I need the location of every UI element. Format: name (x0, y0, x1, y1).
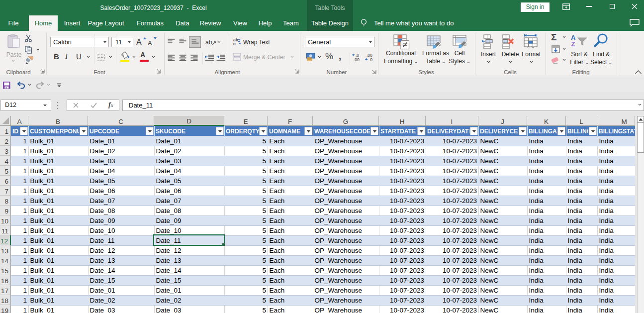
svg-text:.00: .00 (354, 57, 360, 62)
svg-text:ab: ab (205, 39, 212, 46)
svg-text:c: c (233, 41, 236, 46)
svg-text:Z: Z (571, 40, 575, 47)
